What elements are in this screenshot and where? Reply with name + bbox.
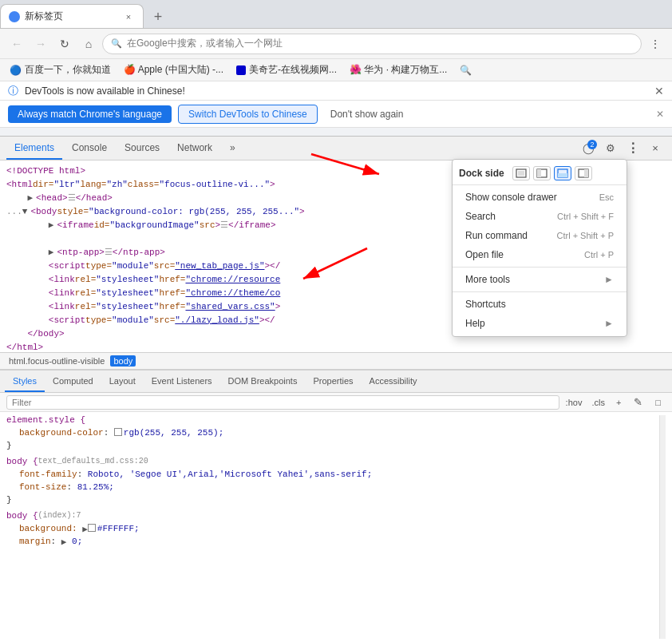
bottom-tab-properties[interactable]: Properties [305,371,361,392]
menu-separator-2 [453,267,627,268]
tab-console[interactable]: Console [64,137,115,160]
tab-elements[interactable]: Elements [6,137,62,160]
more-icon: ⋮ [627,141,639,156]
tab-more[interactable]: » [222,137,243,160]
address-bar[interactable]: 🔍 在Google中搜索，或者输入一个网址 [102,34,642,54]
bottom-toolbar: :hov .cls + ✎ □ [0,393,672,412]
close-icon: × [652,142,658,154]
bookmark-icon [236,65,246,75]
color-swatch-2[interactable] [88,524,96,532]
css-rules: element.style { background-color : rgb(2… [6,415,659,639]
dont-show-again-button[interactable]: Don't show again [324,105,410,123]
tab-sources[interactable]: Sources [117,137,168,160]
css-rule-body-bg: body { (index):7 background: ▶ #FFFFFF; [6,511,659,549]
filter-input[interactable] [6,395,559,410]
tab-close-button[interactable]: × [122,10,135,23]
always-match-language-button[interactable]: Always match Chrome's language [8,105,172,123]
bookmark-text: 🌺 华为 · 构建万物互... [350,63,447,77]
menu-item-open-file[interactable]: Open file Ctrl + P [453,245,627,264]
bookmark-baidu[interactable]: 🔵 百度一下，你就知道 [6,61,114,78]
toggle-styles-button[interactable]: □ [650,395,666,410]
bottom-tab-styles[interactable]: Styles [5,371,45,392]
devtools-notification: ⓘ DevTools is now available in Chinese! … [0,81,672,101]
css-content: element.style { background-color : rgb(2… [0,412,672,642]
refresh-button[interactable]: ↻ [54,34,75,54]
search-icon: 🔍 [111,38,122,49]
menu-item-show-console-drawer[interactable]: Show console drawer Esc [453,188,627,207]
css-rule-body-font: body { text_defaults_md.css:20 font-fami… [6,457,659,508]
notification-close-button[interactable]: ✕ [654,85,664,97]
new-tab-button[interactable]: + [147,6,169,28]
nav-bar: ← → ↻ ⌂ 🔍 在Google中搜索，或者输入一个网址 ⋮ [0,29,672,59]
cls-label[interactable]: .cls [588,398,608,407]
tab-title: 新标签页 [25,10,63,23]
svg-rect-7 [584,169,588,177]
gear-icon: ⚙ [606,142,615,154]
color-swatch-1[interactable] [114,428,122,436]
bottom-tab-event-listeners[interactable]: Event Listeners [144,371,220,392]
dock-undock-button[interactable] [512,166,530,180]
dock-side-label: Dock side [459,168,504,179]
hov-label[interactable]: :hov [563,398,586,407]
devtools-bottom-panel: Styles Computed Layout Event Listeners D… [0,370,672,642]
browser-frame: 新标签页 × + ← → ↻ ⌂ 🔍 在Google中搜索，或者输入一个网址 ⋮… [0,0,672,642]
menu-separator-3 [453,291,627,292]
bookmark-more[interactable]: 🔍 [457,63,475,77]
bookmark-huawei[interactable]: 🌺 华为 · 构建万物互... [346,61,450,78]
menu-item-run-command[interactable]: Run command Ctrl + Shift + P [453,226,627,245]
code-line-14: </html> [6,340,666,352]
css-rule-element-style: element.style { background-color : rgb(2… [6,415,659,454]
devtools-settings-button[interactable]: ⚙ [600,138,621,159]
bookmarks-bar: 🔵 百度一下，你就知道 🍎 Apple (中国大陆) -... 美奇艺-在线视频… [0,59,672,81]
new-style-rule-button[interactable]: ✎ [629,395,647,410]
bookmark-apple[interactable]: 🍎 Apple (中国大陆) -... [121,61,227,78]
dock-icons [512,166,592,180]
active-tab[interactable]: 新标签页 × [0,4,144,28]
tab-favicon [9,11,20,22]
context-menu: Dock side [452,159,627,337]
devtools-badge: 2 [587,140,597,149]
bottom-tabs: Styles Computed Layout Event Listeners D… [0,371,672,393]
add-style-button[interactable]: + [611,395,626,410]
menu-item-help[interactable]: Help ► [453,314,627,333]
devtools-toolbar: Elements Console Sources Network » ◯ 2 ⚙ [0,137,672,160]
arrow-icon: ▶ [82,524,88,537]
address-text: 在Google中搜索，或者输入一个网址 [127,37,283,50]
menu-separator-1 [453,184,627,185]
home-button[interactable]: ⌂ [78,34,99,54]
notification-text: DevTools is now available in Chinese! [25,85,185,97]
lang-bar-close-button[interactable]: ✕ [656,109,664,120]
devtools-more-button[interactable]: ⋮ [623,138,643,159]
back-button[interactable]: ← [6,34,27,54]
dock-right-button[interactable] [575,166,592,180]
bookmark-label: 🔵 [10,65,22,76]
switch-devtools-language-button[interactable]: Switch DevTools to Chinese [178,105,318,124]
bookmark-iqiyi[interactable]: 美奇艺-在线视频网... [233,61,340,78]
more-options-button[interactable]: ⋮ [645,34,666,54]
dock-side-section: Dock side [453,163,627,182]
svg-rect-1 [518,171,524,176]
bottom-tab-computed[interactable]: Computed [45,371,101,392]
info-icon: ⓘ [8,84,18,98]
bottom-tab-layout[interactable]: Layout [101,371,144,392]
forward-button[interactable]: → [30,34,51,54]
dock-left-button[interactable] [533,166,551,180]
bookmark-text: 美奇艺-在线视频网... [249,63,337,77]
devtools-close-button[interactable]: × [645,138,666,159]
breadcrumb-bar: html.focus-outline-visible body [0,352,672,370]
tab-bar: 新标签页 × + [0,0,672,29]
bookmark-text: 百度一下，你就知道 [25,63,111,77]
menu-item-more-tools[interactable]: More tools ► [453,270,627,289]
tab-network[interactable]: Network [169,137,220,160]
scrollbar[interactable] [659,415,666,639]
dock-bottom-button[interactable] [554,166,571,180]
breadcrumb-item-html[interactable]: html.focus-outline-visible [6,356,107,366]
svg-rect-3 [537,169,541,177]
devtools-badge-button[interactable]: ◯ 2 [578,138,599,159]
menu-item-shortcuts[interactable]: Shortcuts [453,295,627,314]
bottom-tab-dom-breakpoints[interactable]: DOM Breakpoints [220,371,306,392]
breadcrumb-item-body[interactable]: body [110,355,136,367]
menu-item-search[interactable]: Search Ctrl + Shift + F [453,207,627,226]
bottom-tab-accessibility[interactable]: Accessibility [362,371,425,392]
svg-rect-5 [558,173,567,177]
